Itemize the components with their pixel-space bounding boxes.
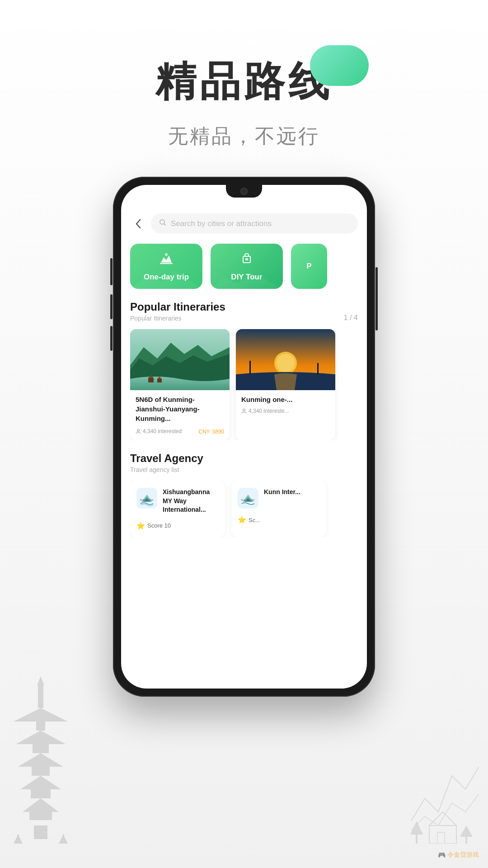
svg-rect-5 [32,767,50,776]
phone-screen: Search by cities or attractions [121,185,367,689]
star-icon: ⭐ [136,522,145,530]
travel-agency-header: Travel Agency Travel agency list [130,452,358,473]
popular-itineraries-subtitle: Popular Itineraries [130,315,225,322]
agency-card-1[interactable]: TA & MACRO Xishuangbanna MY Way Internat… [130,481,225,537]
svg-rect-7 [33,744,49,753]
travel-agency-title: Travel Agency [130,452,358,465]
svg-marker-18 [429,812,456,826]
phone-container: Search by cities or attractions [0,177,488,697]
itinerary-card-1[interactable]: 5N6D of Kunming-Jianshui-Yuanyang-Kunmin… [130,329,230,440]
svg-point-36 [277,354,295,372]
card-1-meta: 4,340 interested CNY 3890 [136,427,224,436]
watermark: 🎮 令金贷游戏 [438,851,479,859]
svg-point-33 [137,429,140,432]
svg-rect-0 [34,826,47,839]
svg-point-39 [243,409,245,411]
page-counter: 1 / 4 [344,314,358,322]
agency-1-top: TA & MACRO Xishuangbanna MY Way Internat… [136,488,219,514]
watermark-text: 令金贷游戏 [447,851,479,859]
more-label: P [306,262,311,271]
card-1-interested: 4,340 interested [136,428,182,434]
svg-rect-31 [157,379,162,382]
agency-card-2[interactable]: TA & MACRO Kunn Inter... ⭐ Sc... [231,481,326,537]
card-2-image [236,329,335,390]
category-more[interactable]: P [291,244,327,289]
svg-rect-1 [29,812,52,820]
svg-marker-6 [18,753,63,767]
price-value: 3890 [212,429,224,435]
svg-rect-38 [317,363,319,374]
search-row: Search by cities or attractions [130,213,358,234]
svg-rect-3 [31,789,51,798]
itinerary-cards-row: 5N6D of Kunming-Jianshui-Yuanyang-Kunmin… [130,329,358,440]
svg-rect-37 [249,361,251,374]
main-title: 精品路线 [155,54,333,109]
card-2-interested: 4,340 intereste... [241,408,289,414]
title-bubble [310,45,369,86]
svg-text:TA & MACRO: TA & MACRO [140,499,154,501]
screen-content: Search by cities or attractions [121,185,367,689]
agency-1-logo: TA & MACRO [136,488,157,509]
volume-up-button [110,294,113,319]
category-one-day-trip[interactable]: One-day trip [130,244,202,289]
svg-text:TA & MACRO: TA & MACRO [241,499,255,501]
notch [226,185,262,198]
search-field[interactable]: Search by cities or attractions [151,213,358,234]
star-icon-2: ⭐ [238,516,246,524]
svg-marker-8 [16,731,66,744]
agency-1-score-label: Score 10 [147,522,171,529]
svg-rect-9 [36,722,45,731]
power-button [375,294,378,330]
card-1-info: 5N6D of Kunming-Jianshui-Yuanyang-Kunmin… [130,390,230,440]
svg-rect-20 [416,835,418,844]
itinerary-card-2[interactable]: Kunming one-... 4,340 intereste... [236,329,335,440]
agency-2-score: ⭐ Sc... [238,516,320,524]
svg-marker-4 [20,776,61,789]
svg-marker-2 [23,798,59,812]
agency-2-top: TA & MACRO Kunn Inter... [238,488,320,509]
agency-2-logo: TA & MACRO [238,488,258,509]
svg-marker-21 [410,821,423,835]
popular-itineraries-header: Popular Itineraries Popular Itineraries … [130,301,358,322]
svg-marker-23 [460,826,473,837]
svg-rect-14 [17,835,19,841]
agency-cards-row: TA & MACRO Xishuangbanna MY Way Internat… [130,481,358,537]
currency-label: CNY [198,429,210,435]
chart-decoration [407,685,479,845]
svg-rect-29 [148,378,154,382]
popular-itineraries-title: Popular Itineraries [130,301,225,313]
agency-2-score-label: Sc... [249,517,260,524]
travel-agency-subtitle: Travel agency list [130,466,358,473]
svg-rect-22 [465,837,467,844]
card-2-meta: 4,340 intereste... [241,408,330,414]
search-placeholder-text: Search by cities or attractions [171,219,272,228]
card-1-title: 5N6D of Kunming-Jianshui-Yuanyang-Kunmin… [136,395,224,423]
svg-rect-27 [245,258,248,260]
svg-marker-10 [14,708,68,722]
travel-agency-section: Travel Agency Travel agency list [121,452,367,537]
agency-1-score: ⭐ Score 10 [136,522,219,530]
title-section: 精品路线 无精品，不远行 [0,0,488,150]
card-2-title: Kunming one-... [241,395,330,404]
subtitle: 无精品，不远行 [0,123,488,150]
agency-2-name: Kunn Inter... [264,488,300,497]
svg-point-25 [165,253,168,256]
card-1-image [130,329,230,390]
card-1-price: CNY 3890 [198,427,224,436]
back-button[interactable] [130,216,146,232]
phone-frame: Search by cities or attractions [113,177,375,697]
search-icon [159,219,166,228]
watermark-icon: 🎮 [438,851,446,859]
volume-down-button [110,326,113,351]
category-diy-tour[interactable]: DIY Tour [211,244,283,289]
card-2-info: Kunming one-... 4,340 intereste... [236,390,335,419]
svg-rect-16 [62,835,64,841]
agency-1-name: Xishuangbanna MY Way International... [163,488,219,514]
categories-row: One-day trip DIY T [130,244,358,289]
svg-rect-17 [429,826,456,844]
svg-rect-19 [437,832,445,844]
